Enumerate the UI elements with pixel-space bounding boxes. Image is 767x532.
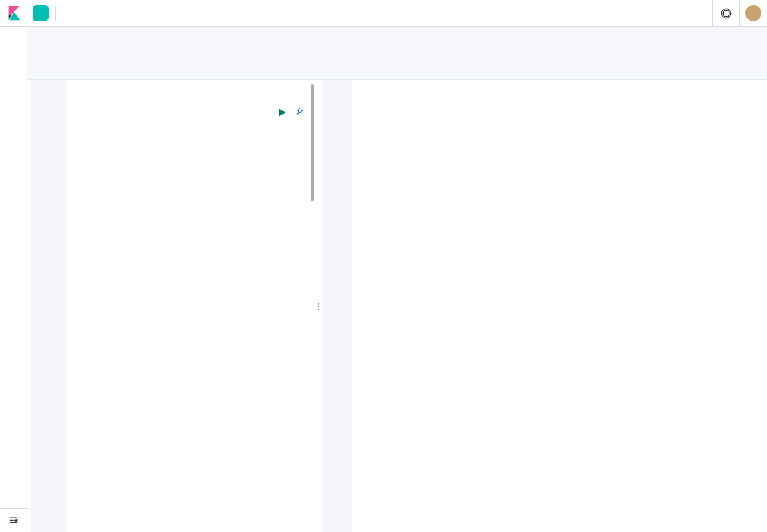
app-sidebar (0, 27, 27, 532)
request-actions (278, 107, 304, 117)
request-editor[interactable] (31, 80, 315, 532)
header-separator (739, 0, 740, 26)
collapse-menu-icon (8, 515, 19, 526)
dev-tools-band (27, 27, 767, 80)
dev-tools-tabs (66, 71, 121, 80)
space-badge[interactable] (33, 5, 49, 21)
top-bar (0, 0, 767, 27)
request-options-button[interactable] (294, 107, 304, 117)
response-code[interactable] (352, 80, 767, 532)
user-avatar[interactable] (745, 5, 761, 21)
request-gutter (31, 80, 66, 532)
help-buoy-icon (720, 7, 733, 20)
header-separator (55, 6, 56, 21)
panel-resize-handle[interactable] (315, 80, 322, 532)
kibana-logo[interactable] (0, 0, 27, 26)
send-request-button[interactable] (278, 108, 287, 117)
sidebar-nav (0, 54, 27, 59)
wrench-icon (292, 106, 306, 119)
sidebar-recent-section (0, 27, 27, 54)
help-button[interactable] (713, 0, 739, 26)
response-viewer[interactable] (322, 80, 767, 532)
collapse-menu-button[interactable] (0, 508, 27, 532)
request-code[interactable] (66, 80, 315, 532)
play-icon (278, 108, 287, 117)
request-scrollbar-thumb[interactable] (311, 84, 314, 201)
response-gutter (322, 80, 352, 532)
kibana-logo-icon (5, 5, 22, 22)
